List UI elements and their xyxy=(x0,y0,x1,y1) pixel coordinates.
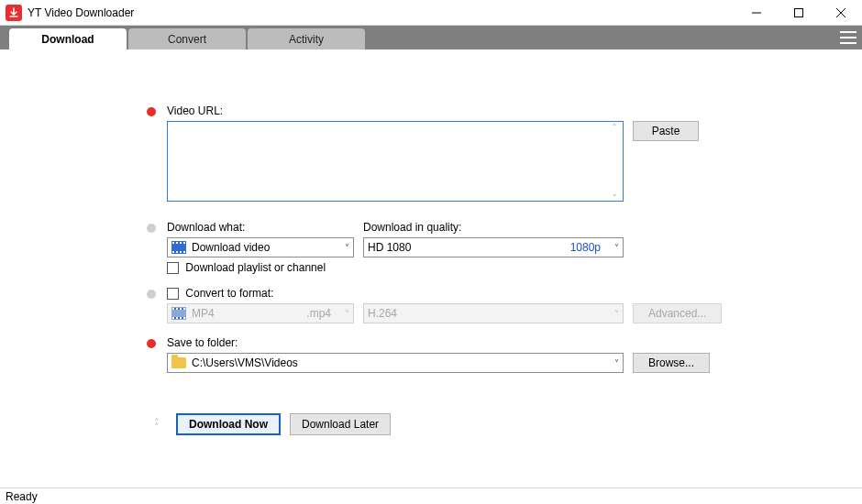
chevron-down-icon: ˅ xyxy=(614,243,619,253)
app-icon xyxy=(6,5,22,21)
folder-select[interactable]: C:\Users\VMS\Videos ˅ xyxy=(167,353,624,373)
video-icon xyxy=(171,241,186,254)
folder-label: Save to folder: xyxy=(167,336,238,349)
hamburger-icon xyxy=(840,37,856,38)
quality-select[interactable]: HD 1080 1080p ˅ xyxy=(363,237,624,257)
video-url-label: Video URL: xyxy=(167,104,223,117)
status-text: Ready xyxy=(6,490,38,503)
menu-button[interactable] xyxy=(834,26,862,49)
codec-select: H.264 ˅ xyxy=(363,303,624,323)
chevron-down-icon: ˅ xyxy=(345,309,349,319)
video-url-input[interactable] xyxy=(167,121,624,202)
convert-checkbox-label: Convert to format: xyxy=(185,287,273,300)
folder-path: C:\Users\VMS\Videos xyxy=(192,356,298,369)
tab-convert[interactable]: Convert xyxy=(128,28,246,49)
chevron-down-icon: ˅ xyxy=(614,358,619,368)
title-bar: YT Video Downloader xyxy=(0,0,862,26)
codec-value: H.264 xyxy=(368,307,397,320)
advanced-button: Advanced... xyxy=(633,303,722,323)
chevron-down-icon: ˅ xyxy=(614,309,619,319)
chevron-down-icon: ˅ xyxy=(345,243,349,253)
download-panel: Video URL: ˄ ˅ Paste Download what: Down… xyxy=(0,49,862,435)
paste-button[interactable]: Paste xyxy=(633,121,699,141)
minimize-button[interactable] xyxy=(735,0,778,26)
bullet-optional-icon xyxy=(147,224,156,233)
download-what-label: Download what: xyxy=(167,221,354,234)
quality-label: Download in quality: xyxy=(363,221,624,234)
playlist-checkbox-label: Download playlist or channel xyxy=(185,261,326,274)
folder-icon xyxy=(171,357,186,368)
format-value: MP4 xyxy=(192,307,215,320)
quality-tag: 1080p xyxy=(570,241,601,254)
close-button[interactable] xyxy=(820,0,862,26)
tab-bar: Download Convert Activity xyxy=(0,26,862,49)
tab-activity[interactable]: Activity xyxy=(248,28,365,49)
convert-checkbox[interactable] xyxy=(167,288,179,300)
tab-download[interactable]: Download xyxy=(9,28,127,49)
video-icon xyxy=(171,307,186,320)
maximize-button[interactable] xyxy=(778,0,820,26)
playlist-checkbox[interactable] xyxy=(167,262,179,274)
bullet-required-icon xyxy=(147,107,156,116)
status-bar: Ready xyxy=(0,488,862,504)
download-what-value: Download video xyxy=(192,241,270,254)
browse-button[interactable]: Browse... xyxy=(633,353,710,373)
quality-value: HD 1080 xyxy=(368,241,411,254)
download-what-select[interactable]: Download video ˅ xyxy=(167,237,354,257)
svg-rect-1 xyxy=(795,8,803,16)
bullet-required-icon xyxy=(147,339,156,348)
format-select: MP4 .mp4 ˅ xyxy=(167,303,354,323)
download-later-button[interactable]: Download Later xyxy=(290,413,391,435)
download-now-button[interactable]: Download Now xyxy=(176,413,281,435)
collapse-icon[interactable]: ˄˄ xyxy=(147,419,167,431)
app-title: YT Video Downloader xyxy=(28,6,735,19)
format-extension: .mp4 xyxy=(306,307,331,320)
bullet-optional-icon xyxy=(147,290,156,299)
